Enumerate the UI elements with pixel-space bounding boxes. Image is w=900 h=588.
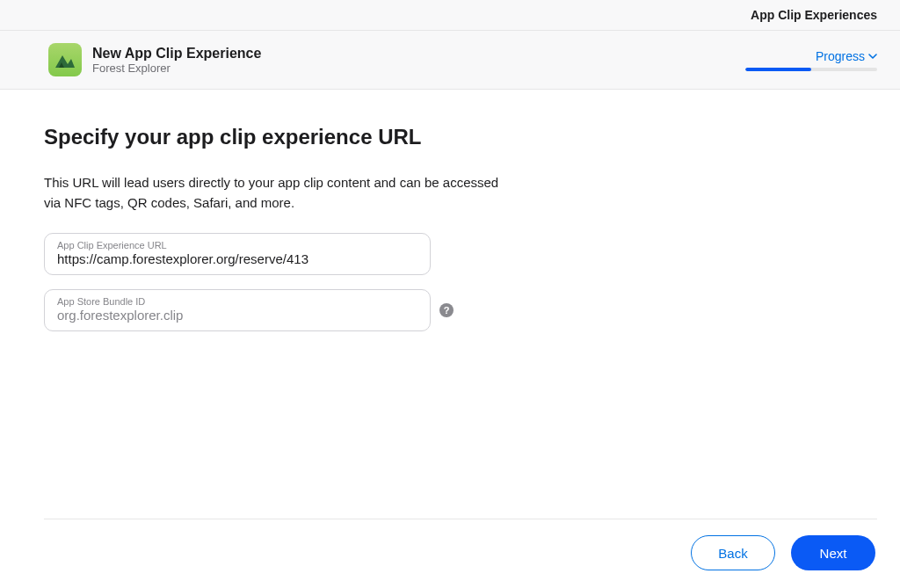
mountain-trees-icon — [54, 48, 76, 71]
section-description: This URL will lead users directly to you… — [44, 172, 510, 214]
back-button[interactable]: Back — [691, 535, 775, 570]
title-group: New App Clip Experience Forest Explorer — [92, 45, 745, 76]
experience-url-input[interactable] — [57, 251, 417, 266]
page-header: New App Clip Experience Forest Explorer … — [0, 31, 900, 89]
chevron-down-icon — [868, 52, 877, 61]
footer-buttons: Back Next — [691, 535, 875, 570]
help-glyph: ? — [444, 305, 450, 316]
app-icon — [48, 43, 82, 76]
bundle-id-input[interactable] — [57, 308, 417, 323]
experience-url-label: App Clip Experience URL — [57, 240, 417, 250]
page-title: New App Clip Experience — [92, 45, 745, 62]
progress-toggle[interactable]: Progress — [816, 49, 877, 63]
section-heading: Specify your app clip experience URL — [44, 125, 856, 149]
progress-bar-fill — [745, 68, 811, 71]
help-icon[interactable]: ? — [439, 303, 454, 317]
bundle-id-label: App Store Bundle ID — [57, 296, 417, 307]
next-button[interactable]: Next — [791, 535, 875, 570]
main-content: Specify your app clip experience URL Thi… — [0, 90, 900, 331]
bundle-id-field[interactable]: App Store Bundle ID — [44, 289, 431, 331]
breadcrumb-current: App Clip Experiences — [751, 8, 877, 22]
progress-label: Progress — [816, 49, 865, 63]
page-subtitle: Forest Explorer — [92, 62, 745, 76]
progress-bar — [745, 68, 877, 71]
breadcrumb: App Clip Experiences — [0, 0, 900, 31]
progress-area: Progress — [745, 49, 877, 71]
footer-divider — [44, 519, 877, 519]
experience-url-field[interactable]: App Clip Experience URL — [44, 233, 431, 275]
